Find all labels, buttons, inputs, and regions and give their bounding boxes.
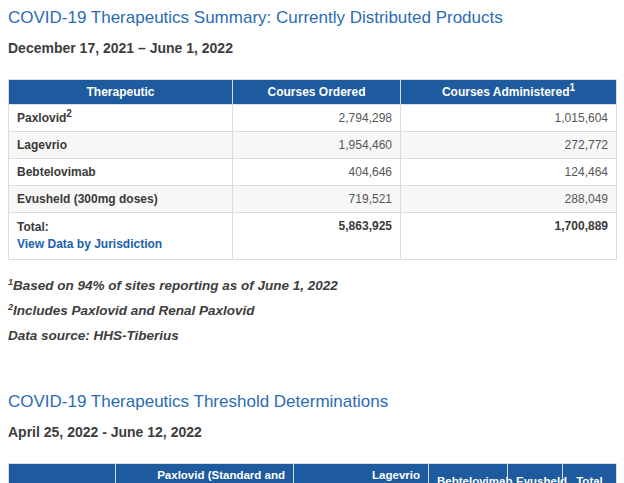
data-source-note: Data source: HHS-Tiberius	[8, 323, 616, 348]
header-blank	[9, 464, 116, 483]
courses-administered-value: 1,015,604	[401, 105, 617, 132]
paxlovid-footnote-marker: 2	[66, 108, 72, 119]
courses-administered-value: 124,464	[401, 159, 617, 186]
threshold-table: Paxlovid (Standard and Renal) Lagevrio (…	[8, 463, 617, 483]
header-therapeutic: Therapeutic	[9, 80, 233, 105]
therapeutic-name: Lagevrio	[9, 132, 233, 159]
total-label: Total:	[17, 219, 224, 236]
header-evusheld: Evusheld	[508, 464, 563, 483]
header-courses-ordered: Courses Ordered	[233, 80, 401, 105]
summary-table-header: Therapeutic Courses Ordered Courses Admi…	[9, 80, 617, 105]
courses-ordered-value: 2,794,298	[233, 105, 401, 132]
header-paxlovid: Paxlovid (Standard and Renal)	[116, 464, 294, 483]
threshold-table-header: Paxlovid (Standard and Renal) Lagevrio (…	[9, 464, 617, 483]
total-courses-ordered: 5,863,925	[233, 213, 401, 260]
header-courses-administered: Courses Administered1	[401, 80, 617, 105]
page-title-threshold: COVID-19 Therapeutics Threshold Determin…	[8, 392, 616, 412]
view-data-by-jurisdiction-link[interactable]: View Data by Jurisdiction	[17, 236, 224, 253]
summary-date-range: December 17, 2021 – June 1, 2022	[8, 40, 616, 56]
footnote-1: 1Based on 94% of sites reporting as of J…	[8, 273, 616, 298]
courses-ordered-value: 1,954,460	[233, 132, 401, 159]
courses-ordered-value: 404,646	[233, 159, 401, 186]
total-courses-administered: 1,700,889	[401, 213, 617, 260]
threshold-header-row: Paxlovid (Standard and Renal) Lagevrio (…	[9, 464, 617, 483]
courses-administered-value: 288,049	[401, 186, 617, 213]
header-total: Total	[563, 464, 617, 483]
courses-administered-value: 272,772	[401, 132, 617, 159]
summary-table: Therapeutic Courses Ordered Courses Admi…	[8, 79, 617, 260]
therapeutic-name: Bebtelovimab	[9, 159, 233, 186]
threshold-date-range: April 25, 2022 - June 12, 2022	[8, 424, 616, 440]
header-lagevrio: Lagevrio (molnupiravir)	[294, 464, 429, 483]
table-row-bebtelovimab: Bebtelovimab 404,646 124,464	[9, 159, 617, 186]
footnote-2: 2Includes Paxlovid and Renal Paxlovid	[8, 298, 616, 323]
summary-header-row: Therapeutic Courses Ordered Courses Admi…	[9, 80, 617, 105]
header-bebtelovimab: Bebtelovimab	[429, 464, 508, 483]
table-row-lagevrio: Lagevrio 1,954,460 272,772	[9, 132, 617, 159]
total-cell: Total: View Data by Jurisdiction	[9, 213, 233, 260]
therapeutic-name: Paxlovid2	[9, 105, 233, 132]
table-row-total: Total: View Data by Jurisdiction 5,863,9…	[9, 213, 617, 260]
therapeutic-name: Evusheld (300mg doses)	[9, 186, 233, 213]
page-title-summary: COVID-19 Therapeutics Summary: Currently…	[8, 8, 616, 28]
administered-footnote-marker: 1	[570, 82, 576, 93]
footnotes: 1Based on 94% of sites reporting as of J…	[8, 273, 616, 348]
table-row-paxlovid: Paxlovid2 2,794,298 1,015,604	[9, 105, 617, 132]
table-row-evusheld: Evusheld (300mg doses) 719,521 288,049	[9, 186, 617, 213]
courses-ordered-value: 719,521	[233, 186, 401, 213]
